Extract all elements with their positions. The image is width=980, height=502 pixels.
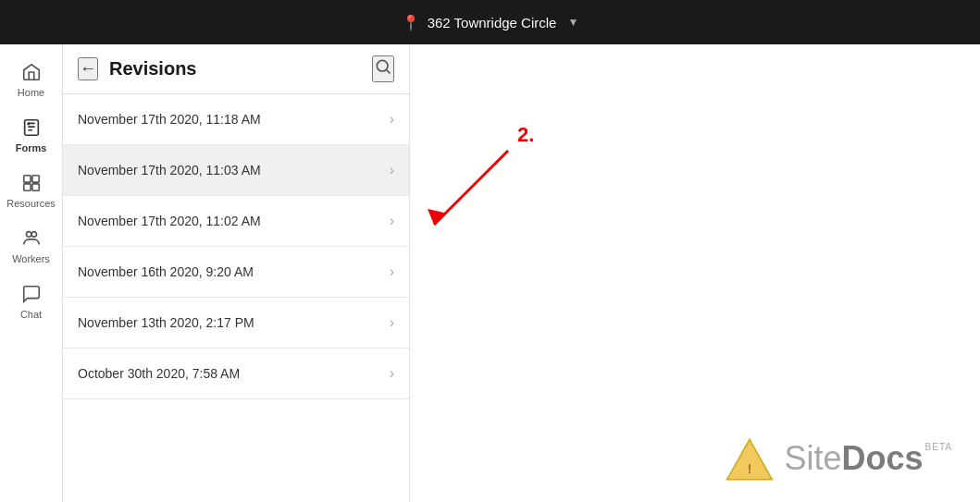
search-icon — [374, 57, 392, 76]
svg-rect-1 — [27, 123, 30, 126]
svg-point-6 — [26, 232, 31, 237]
back-button[interactable]: ← — [78, 57, 98, 80]
sidebar-label-chat: Chat — [20, 309, 42, 320]
svg-text:!: ! — [747, 461, 751, 476]
chevron-right-icon: › — [390, 365, 394, 382]
logo-beta: BETA — [925, 442, 952, 452]
revision-item[interactable]: November 17th 2020, 11:02 AM › — [63, 196, 409, 247]
revision-date: November 17th 2020, 11:02 AM — [78, 214, 261, 228]
svg-rect-3 — [31, 176, 38, 182]
chevron-right-icon: › — [390, 314, 394, 331]
main-layout: Home Forms Resources — [0, 44, 980, 502]
sidebar-label-forms: Forms — [16, 142, 47, 153]
revision-date: November 13th 2020, 2:17 PM — [78, 315, 254, 330]
svg-text:2.: 2. — [517, 123, 534, 146]
logo-docs: Docs — [842, 442, 924, 475]
sidebar-item-resources[interactable]: Resources — [0, 163, 62, 218]
sidebar-item-home[interactable]: Home — [0, 52, 62, 107]
sidebar-label-home: Home — [18, 87, 44, 98]
workers-icon — [20, 227, 43, 250]
chevron-right-icon: › — [390, 162, 394, 178]
svg-marker-11 — [428, 209, 444, 225]
chat-icon — [20, 283, 43, 305]
revisions-header: ← Revisions — [63, 44, 409, 94]
svg-point-8 — [377, 60, 388, 71]
chevron-right-icon: › — [390, 111, 394, 128]
sidebar-item-chat[interactable]: Chat — [0, 274, 62, 329]
sidebar-label-resources: Resources — [6, 198, 56, 209]
logo-text: SiteDocs BETA — [785, 442, 952, 478]
logo-name: SiteDocs — [785, 442, 924, 475]
revision-item[interactable]: November 13th 2020, 2:17 PM › — [63, 298, 409, 349]
content-area: 2. ! SiteDocs BETA — [410, 44, 980, 502]
revision-item[interactable]: November 16th 2020, 9:20 AM › — [63, 247, 409, 298]
forms-icon — [20, 116, 43, 139]
dropdown-arrow-icon: ▼ — [567, 16, 578, 29]
annotation-overlay: 2. — [410, 44, 980, 502]
revision-date: October 30th 2020, 7:58 AM — [78, 366, 240, 381]
sidebar-nav: Home Forms Resources — [0, 44, 63, 502]
logo-site: Site — [785, 442, 842, 475]
revisions-title: Revisions — [109, 58, 196, 80]
location-display[interactable]: 📍 362 Townridge Circle ▼ — [402, 14, 579, 31]
revision-date: November 16th 2020, 9:20 AM — [78, 264, 254, 279]
sidebar-item-forms[interactable]: Forms — [0, 107, 62, 163]
revision-date: November 17th 2020, 11:03 AM — [78, 163, 261, 178]
svg-rect-4 — [23, 184, 30, 190]
revision-item[interactable]: November 17th 2020, 11:18 AM › — [63, 94, 409, 145]
revision-item[interactable]: October 30th 2020, 7:58 AM › — [63, 349, 409, 399]
location-text: 362 Townridge Circle — [428, 15, 557, 31]
revision-list: November 17th 2020, 11:18 AM › November … — [63, 94, 409, 502]
search-button[interactable] — [372, 55, 394, 82]
svg-point-7 — [31, 232, 37, 237]
resources-icon — [20, 172, 43, 194]
revisions-panel: ← Revisions November 17th 2020, 11:18 AM… — [63, 44, 410, 502]
location-pin-icon: 📍 — [402, 14, 420, 31]
sidebar-label-workers: Workers — [12, 253, 50, 264]
sidebar-item-workers[interactable]: Workers — [0, 218, 62, 274]
sitedocs-logo: ! SiteDocs BETA — [726, 435, 952, 484]
revision-date: November 17th 2020, 11:18 AM — [78, 112, 261, 127]
svg-rect-2 — [23, 176, 30, 182]
top-header: 📍 362 Townridge Circle ▼ — [0, 0, 980, 44]
revision-item[interactable]: November 17th 2020, 11:03 AM › — [63, 145, 409, 196]
revisions-header-left: ← Revisions — [78, 57, 196, 80]
sitedocs-triangle-icon: ! — [726, 435, 774, 484]
svg-rect-5 — [31, 184, 38, 190]
chevron-right-icon: › — [390, 263, 394, 280]
svg-line-10 — [434, 151, 508, 225]
chevron-right-icon: › — [390, 213, 394, 229]
home-icon — [20, 61, 43, 83]
svg-rect-0 — [24, 120, 38, 136]
